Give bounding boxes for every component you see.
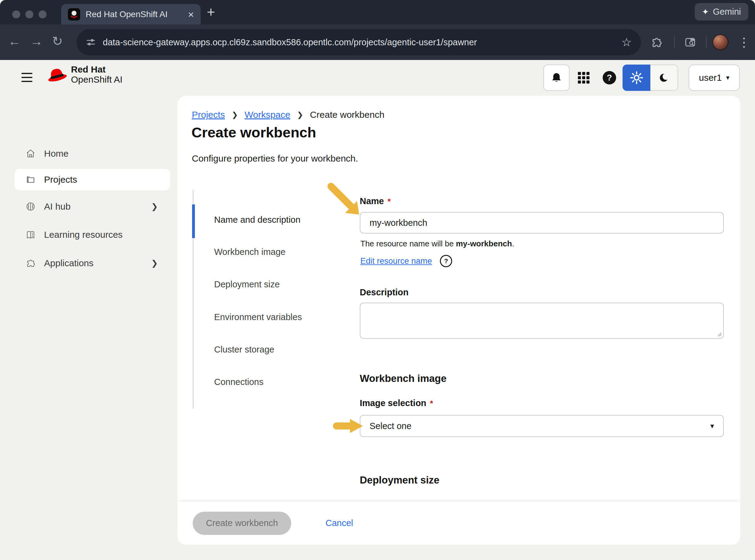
description-label: Description — [360, 287, 409, 297]
gemini-spark-icon: ✦ — [702, 7, 709, 17]
workbench-image-heading: Workbench image — [360, 373, 447, 384]
sidebar-item-ai-hub[interactable]: AI hub ❯ — [0, 196, 178, 217]
help-button[interactable]: ? — [603, 64, 616, 91]
brand-line2: OpenShift AI — [71, 74, 122, 84]
toolbar-divider — [706, 36, 707, 48]
tab-favicon-icon — [68, 8, 80, 20]
step-connections[interactable]: Connections — [214, 377, 263, 387]
breadcrumb-workspace-link[interactable]: Workspace — [244, 109, 290, 120]
browser-window: Red Hat OpenShift AI × + ✦ Gemini ← → ↻ … — [0, 0, 755, 560]
back-icon[interactable]: ← — [8, 35, 21, 48]
breadcrumb: Projects ❯ Workspace ❯ Create workbench — [192, 109, 385, 120]
close-window-button[interactable] — [12, 11, 20, 18]
nav-toggle-hamburger-icon[interactable] — [21, 73, 33, 85]
active-step-indicator — [192, 204, 195, 238]
gemini-label: Gemini — [713, 7, 741, 17]
user-menu-button[interactable]: user1 ▾ — [689, 64, 740, 91]
browser-profile-avatar[interactable] — [713, 34, 728, 50]
forward-icon[interactable]: → — [30, 35, 43, 48]
required-asterisk: * — [430, 399, 433, 408]
sidebar-item-label: Home — [44, 148, 68, 159]
chevron-right-icon: ❯ — [151, 202, 158, 212]
home-icon — [26, 149, 36, 159]
maximize-window-button[interactable] — [39, 11, 46, 18]
step-deployment-size[interactable]: Deployment size — [214, 279, 280, 289]
bookmark-star-icon[interactable]: ☆ — [621, 36, 632, 49]
sidebar-item-label: Learning resources — [44, 229, 123, 240]
image-selection-label: Image selection — [360, 398, 426, 408]
page-subtitle: Configure properties for your workbench. — [192, 153, 358, 164]
side-nav: Home Projects AI hub ❯ — [0, 96, 178, 560]
name-field-label-row: Name* — [360, 196, 725, 206]
breadcrumb-current: Create workbench — [310, 109, 384, 120]
resize-handle-icon[interactable] — [716, 332, 722, 337]
app-launcher-button[interactable] — [577, 64, 591, 91]
browser-tab[interactable]: Red Hat OpenShift AI × — [61, 4, 201, 24]
browser-tab-strip: Red Hat OpenShift AI × + ✦ Gemini — [0, 0, 755, 24]
site-settings-icon[interactable] — [86, 37, 96, 47]
chevron-right-icon: ❯ — [231, 111, 238, 119]
window-controls[interactable] — [12, 11, 46, 18]
grid-icon — [577, 71, 590, 84]
brand-line1: Red Hat — [71, 64, 122, 74]
new-tab-button[interactable]: + — [207, 5, 215, 19]
openshift-ai-app: Red Hat OpenShift AI — [0, 60, 755, 560]
puzzle-icon — [26, 258, 36, 268]
image-selection-label-row: Image selection* — [360, 398, 725, 408]
bell-icon — [551, 72, 562, 83]
caret-down-icon: ▾ — [710, 422, 714, 430]
name-input[interactable] — [360, 212, 724, 234]
sidebar-item-applications[interactable]: Applications ❯ — [0, 253, 178, 274]
form-action-footer: Create workbench Cancel — [178, 501, 740, 545]
reload-icon[interactable]: ↻ — [52, 35, 63, 48]
page-title: Create workbench — [191, 124, 316, 141]
help-question-icon[interactable]: ? — [440, 255, 452, 267]
create-workbench-button[interactable]: Create workbench — [193, 512, 291, 535]
deployment-size-heading: Deployment size — [360, 474, 439, 486]
edit-resource-name-row: Edit resource name ? — [360, 255, 452, 267]
extensions-puzzle-icon[interactable] — [650, 36, 662, 48]
address-bar[interactable]: data-science-gateway.apps.ocp.cl69z.sand… — [77, 29, 641, 55]
url-text[interactable]: data-science-gateway.apps.ocp.cl69z.sand… — [103, 37, 621, 47]
browser-menu-kebab-icon[interactable]: ⋮ — [738, 34, 750, 50]
toolbar-divider — [674, 36, 675, 48]
red-hat-fedora-icon — [46, 67, 67, 82]
light-theme-option[interactable] — [623, 64, 650, 91]
browser-toolbar: ← → ↻ data-science-gateway.apps.ocp.cl69… — [0, 24, 755, 60]
sidebar-item-label: AI hub — [44, 201, 71, 212]
image-selection-select[interactable]: Select one ▾ — [360, 415, 724, 437]
step-cluster-storage[interactable]: Cluster storage — [214, 344, 274, 355]
name-label: Name — [360, 196, 384, 206]
user-menu-label: user1 — [699, 73, 722, 83]
breadcrumb-projects-link[interactable]: Projects — [192, 109, 225, 120]
theme-toggle[interactable] — [623, 64, 678, 91]
required-asterisk: * — [388, 197, 391, 206]
dark-theme-option[interactable] — [650, 64, 678, 91]
select-placeholder: Select one — [370, 421, 411, 431]
sun-icon — [630, 71, 643, 84]
book-icon — [26, 230, 36, 240]
description-textarea[interactable] — [360, 303, 724, 339]
brand-logo[interactable]: Red Hat OpenShift AI — [46, 64, 122, 84]
sidebar-item-label: Projects — [44, 175, 77, 185]
description-label-row: Description — [360, 287, 725, 297]
gemini-badge[interactable]: ✦ Gemini — [695, 3, 748, 20]
brain-icon — [26, 202, 36, 212]
cancel-link[interactable]: Cancel — [326, 518, 353, 528]
notifications-button[interactable] — [543, 64, 570, 91]
tab-close-icon[interactable]: × — [188, 9, 194, 20]
chevron-down-icon: ▾ — [726, 74, 730, 82]
search-tabs-icon[interactable] — [684, 36, 696, 48]
sidebar-item-learning-resources[interactable]: Learning resources — [0, 224, 178, 245]
minimize-window-button[interactable] — [25, 11, 33, 18]
step-workbench-image[interactable]: Workbench image — [214, 247, 285, 257]
edit-resource-name-link[interactable]: Edit resource name — [360, 256, 432, 266]
sidebar-item-projects[interactable]: Projects — [15, 169, 170, 190]
brand-text: Red Hat OpenShift AI — [71, 64, 122, 84]
question-mark-icon: ? — [603, 71, 616, 84]
folder-icon — [26, 175, 36, 184]
step-environment-variables[interactable]: Environment variables — [214, 312, 302, 322]
sidebar-item-home[interactable]: Home — [0, 143, 178, 164]
chevron-right-icon: ❯ — [151, 259, 158, 268]
step-name-and-description[interactable]: Name and description — [214, 215, 301, 225]
